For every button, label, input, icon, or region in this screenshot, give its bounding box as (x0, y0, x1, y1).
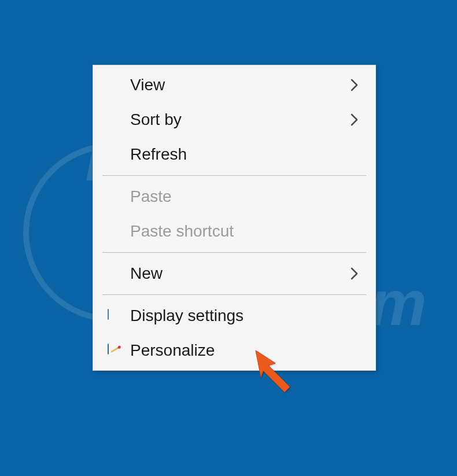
menu-item-new[interactable]: New (94, 256, 374, 291)
menu-item-label: Paste shortcut (130, 222, 347, 241)
menu-item-label: Paste (130, 187, 347, 206)
chevron-right-icon (347, 113, 363, 126)
menu-separator (102, 252, 366, 253)
desktop-context-menu: View Sort by Refresh Paste Paste shortcu… (93, 65, 376, 371)
monitor-icon (102, 309, 130, 322)
personalize-icon (102, 344, 130, 357)
menu-item-label: Refresh (130, 145, 347, 164)
menu-separator (102, 294, 366, 295)
menu-item-label: Display settings (130, 307, 347, 325)
menu-item-personalize[interactable]: Personalize (94, 333, 374, 368)
menu-separator (102, 175, 366, 176)
chevron-right-icon (347, 79, 363, 91)
menu-item-view[interactable]: View (94, 68, 374, 102)
menu-item-sort-by[interactable]: Sort by (94, 102, 374, 137)
menu-item-label: Personalize (130, 341, 347, 360)
menu-item-paste-shortcut: Paste shortcut (94, 214, 374, 249)
menu-item-paste: Paste (94, 179, 374, 214)
menu-item-label: New (130, 264, 347, 283)
menu-item-display-settings[interactable]: Display settings (94, 298, 374, 333)
menu-item-label: View (130, 76, 347, 94)
menu-item-refresh[interactable]: Refresh (94, 137, 374, 172)
chevron-right-icon (347, 267, 363, 280)
menu-item-label: Sort by (130, 110, 347, 129)
